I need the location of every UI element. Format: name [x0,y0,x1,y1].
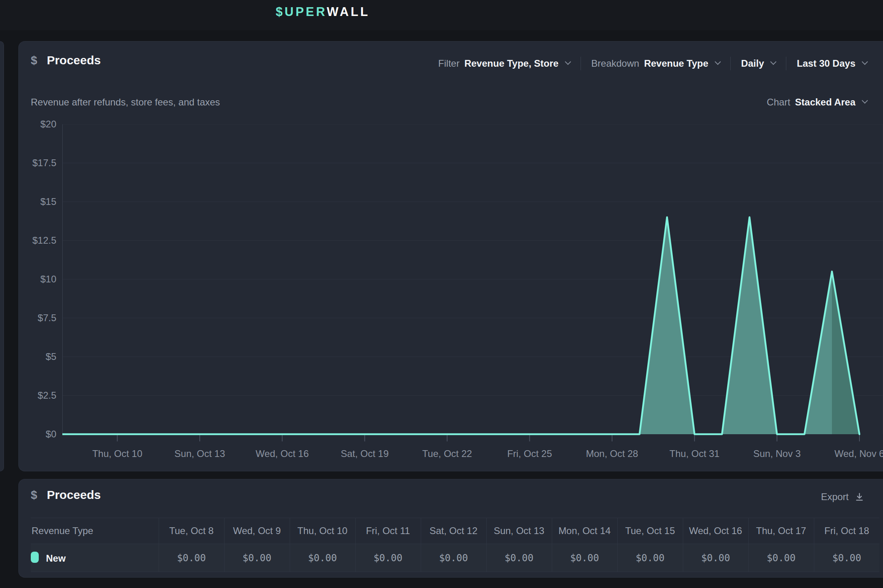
chart-subtitle: Revenue after refunds, store fees, and t… [31,97,220,108]
y-axis-label: $0 [24,429,56,440]
table-column-header: Mon, Oct 14 [552,518,617,544]
superwall-logo: $UPERWALL [276,5,370,19]
chart-subtitle-row: Revenue after refunds, store fees, and t… [31,97,867,108]
breakdown-label: Breakdown [591,58,639,69]
date-range-value: Last 30 Days [797,58,855,69]
table-cell-value: $0.00 [290,544,355,572]
series-name: New [46,552,66,563]
stacked-area-chart[interactable] [62,124,883,444]
table-cell-value: $0.00 [355,544,421,572]
chart-type-label: Chart [767,97,790,108]
table-cell-value: $0.00 [224,544,290,572]
table-cell-series: New [31,544,159,572]
table-column-header: Fri, Oct 18 [814,518,879,544]
breakdown-dropdown[interactable]: Breakdown Revenue Type [591,58,720,69]
table-cell-value: $0.00 [159,544,224,572]
breakdown-value: Revenue Type [644,58,708,69]
table-column-header: Thu, Oct 17 [748,518,814,544]
y-axis-label: $12.5 [24,235,56,246]
table-header-revenue-type: Revenue Type [31,518,159,544]
filter-value: Revenue Type, Store [464,58,559,69]
x-axis-label: Fri, Oct 25 [507,448,552,459]
table-cell-value: $0.00 [683,544,748,572]
date-range-dropdown[interactable]: Last 30 Days [797,58,867,69]
x-axis-label: Thu, Oct 10 [92,448,142,459]
page-title: Proceeds [47,54,101,67]
logo-secondary: WALL [327,5,370,19]
x-axis-label: Sun, Nov 3 [753,448,801,459]
table-cell-value: $0.00 [421,544,486,572]
table-column-header: Sun, Oct 13 [486,518,552,544]
table-column-header: Thu, Oct 10 [290,518,355,544]
filter-label: Filter [438,58,459,69]
table-column-header: Wed, Oct 16 [683,518,748,544]
x-axis-label: Thu, Oct 31 [670,448,720,459]
table-cell-value: $0.00 [814,544,879,572]
divider [730,57,731,70]
y-axis-label: $15 [24,196,56,207]
table-cell-value: $0.00 [552,544,617,572]
proceeds-table-panel: $ Proceeds Export Revenue TypeTue, Oct 8… [18,479,883,578]
x-axis-label: Wed, Nov 6 [835,448,883,459]
y-axis-label: $10 [24,274,56,285]
table-header-row: Revenue TypeTue, Oct 8Wed, Oct 9Thu, Oct… [31,518,879,544]
divider [581,57,581,70]
chart-type-dropdown[interactable]: Chart Stacked Area [767,97,867,108]
top-bar: $UPERWALL [0,0,883,30]
table-title: Proceeds [47,488,101,502]
table-cell-value: $0.00 [748,544,814,572]
series-color-swatch [31,552,39,563]
chevron-down-icon [770,58,777,65]
x-axis-label: Wed, Oct 16 [256,448,309,459]
table-cell-value: $0.00 [486,544,552,572]
table-panel-header: $ Proceeds [31,488,101,502]
download-icon [854,492,865,502]
y-axis-label: $2.5 [24,390,56,401]
dollar-icon: $ [31,54,37,67]
table-row: New$0.00$0.00$0.00$0.00$0.00$0.00$0.00$0… [31,544,879,572]
adjacent-panel-edge [0,41,4,471]
export-label: Export [821,491,849,503]
table-column-header: Wed, Oct 9 [224,518,290,544]
chart-type-value: Stacked Area [795,97,855,108]
proceeds-table: Revenue TypeTue, Oct 8Wed, Oct 9Thu, Oct… [31,518,879,572]
y-axis-label: $20 [24,119,56,130]
area-fill [62,217,859,434]
granularity-value: Daily [741,58,764,69]
filter-dropdown[interactable]: Filter Revenue Type, Store [438,58,570,69]
export-button[interactable]: Export [821,491,865,503]
chart-panel-header: $ Proceeds [31,54,101,67]
chevron-down-icon [862,97,868,103]
table-column-header: Fri, Oct 11 [355,518,421,544]
table-column-header: Tue, Oct 8 [159,518,224,544]
y-axis-label: $17.5 [24,157,56,169]
x-axis-label: Mon, Oct 28 [586,448,638,459]
x-axis-label: Sat, Oct 19 [341,448,389,459]
y-axis-label: $5 [24,351,56,362]
chevron-down-icon [565,58,571,65]
logo-primary: $UPER [276,5,327,19]
table-cell-value: $0.00 [617,544,683,572]
chevron-down-icon [715,58,721,65]
divider [786,57,786,70]
table-column-header: Tue, Oct 15 [617,518,683,544]
y-axis-label: $7.5 [24,312,56,324]
table-column-header: Sat, Oct 12 [421,518,486,544]
chart-controls: Filter Revenue Type, Store Breakdown Rev… [438,57,867,70]
chevron-down-icon [862,58,868,65]
x-axis-label: Tue, Oct 22 [422,448,472,459]
proceeds-chart-panel: $ Proceeds Filter Revenue Type, Store Br… [18,41,883,471]
dollar-icon: $ [31,489,37,502]
x-axis-label: Sun, Oct 13 [175,448,225,459]
granularity-dropdown[interactable]: Daily [741,58,776,69]
